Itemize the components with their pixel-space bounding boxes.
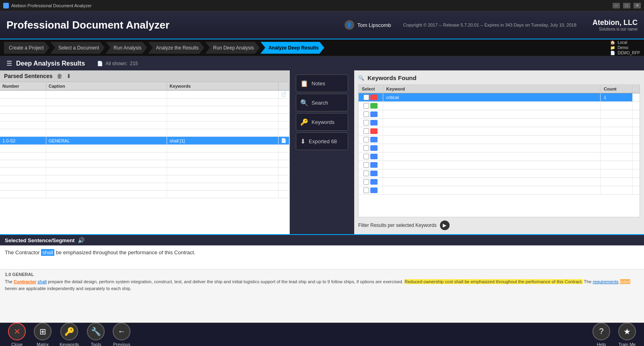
speaker-btn[interactable]: 🔊 bbox=[78, 237, 85, 243]
nav-step-run-analysis[interactable]: Run Analysis bbox=[105, 42, 147, 54]
parsed-sentences-header: Parsed Sentences 🗑 ⬇ bbox=[0, 70, 289, 82]
keywords-table-container[interactable]: Select Keyword Count ✓ critical 1 bbox=[358, 84, 640, 217]
cell-keywords bbox=[167, 152, 279, 160]
list-item[interactable]: ✓ shall 150 bbox=[359, 178, 640, 186]
cell-icon bbox=[279, 168, 289, 175]
section-header: ☰ Deep Analysis Results 📄 All shown: 215 bbox=[0, 56, 644, 70]
cell-icon bbox=[279, 183, 289, 191]
table-row[interactable]: 1.1-S1 MANAGEMENT. bbox=[0, 152, 289, 160]
nav-step-select-document[interactable]: Select a Document bbox=[50, 42, 105, 54]
section-header-count: 📄 All shown: 215 bbox=[97, 61, 138, 66]
col-keywords: Keywords bbox=[167, 82, 279, 91]
tools-btn-label: Tools bbox=[91, 342, 101, 346]
nav-step-analyze-deep-results[interactable]: Analyze Deep Results bbox=[260, 42, 324, 54]
search-btn[interactable]: 🔍 Search bbox=[296, 94, 348, 111]
previous-btn[interactable]: ← Previous bbox=[113, 323, 130, 346]
context-requirements: requirements bbox=[593, 279, 619, 284]
notes-icon: 📋 bbox=[300, 80, 308, 87]
nav-step-analyze-results[interactable]: Analyze the Results bbox=[148, 42, 204, 54]
list-item[interactable]: ✓ require 49 bbox=[359, 169, 640, 178]
cell-keywords: shall [1], Contractor [2] bbox=[167, 191, 279, 198]
highlighted-word: shall bbox=[41, 249, 54, 256]
table-row[interactable]: (c)-S1 Other documents, exhibits, and at… bbox=[0, 114, 289, 122]
list-item[interactable]: ✓ must 0 bbox=[359, 119, 640, 127]
exported-btn[interactable]: ⬇ Exported 68 bbox=[296, 132, 348, 150]
kw-cell-select: ✓ bbox=[359, 161, 383, 169]
notes-btn[interactable]: 📋 Notes bbox=[296, 74, 348, 92]
table-row[interactable]: 1.1.1-S3 PROGRAM MANAGEMENT. shall [1], … bbox=[0, 175, 289, 183]
help-btn-label: Help bbox=[597, 342, 606, 346]
parsed-sentences-table-container[interactable]: Number Caption Keywords Header Area-S1 H… bbox=[0, 82, 289, 234]
list-item[interactable]: ✓ obligation 0 bbox=[359, 152, 640, 161]
keywords-btn[interactable]: 🔑 Keywords bbox=[60, 323, 79, 346]
bottom-area: Selected Sentence/Segment 🔊 The Contract… bbox=[0, 234, 644, 323]
kw-cell-keyword: must bbox=[383, 119, 601, 127]
cell-icon bbox=[279, 106, 289, 114]
close-btn[interactable]: ✕ Close bbox=[8, 323, 26, 346]
table-row[interactable]: 1.0-S2 GENERAL shall [1] 📄 bbox=[0, 137, 289, 145]
table-row[interactable]: 1.1.1-S2 PROGRAM MANAGEMENT. require [1]… bbox=[0, 168, 289, 175]
kw-cell-count: 0 bbox=[601, 161, 633, 169]
col-number: Number bbox=[0, 82, 46, 91]
table-row[interactable]: 1.1.1-S4 PROGRAM MANAGEMENT. require [1]… bbox=[0, 183, 289, 191]
main-content: ☰ Deep Analysis Results 📄 All shown: 215… bbox=[0, 56, 644, 323]
maximize-btn[interactable]: □ bbox=[623, 3, 630, 8]
selected-sentence-header: Selected Sentence/Segment 🔊 bbox=[0, 235, 644, 245]
table-row[interactable]: Header Area-S1 Header Area shall [1], Co… bbox=[0, 91, 289, 99]
list-item[interactable]: ✓ necessity 0 bbox=[359, 127, 640, 136]
cell-icon bbox=[279, 152, 289, 160]
tools-btn[interactable]: 🔧 Tools bbox=[87, 323, 105, 346]
nav-step-run-deep-analysis[interactable]: Run Deep Analysis bbox=[205, 42, 260, 54]
nav-sidebar: 🏠 Local 📁 Demo 📄 DEMO_RFP bbox=[610, 40, 640, 55]
table-row[interactable]: 1.0-S3 GENERAL require [1], list [1] bbox=[0, 145, 289, 152]
cell-caption: The provisions of this contract; bbox=[46, 99, 167, 106]
kw-cell-count: 0 bbox=[601, 127, 633, 136]
table-row[interactable]: (d)-S1 All revisions and modifications t… bbox=[0, 122, 289, 129]
cell-caption: All revisions and modifications thereto … bbox=[46, 122, 167, 129]
matrix-btn[interactable]: ⊞ Matrix bbox=[34, 323, 52, 346]
delete-btn[interactable]: 🗑 bbox=[57, 73, 62, 79]
section-header-icon: ☰ bbox=[6, 60, 12, 67]
col-caption: Caption bbox=[46, 82, 167, 91]
right-panel: 🔍 Keywords Found Select Keyword Count bbox=[354, 70, 644, 234]
kw-cell-count: 49 bbox=[601, 169, 633, 178]
close-window-btn[interactable]: ✕ bbox=[634, 3, 641, 8]
cell-keywords: require [1], shall [1], Contractor [1], … bbox=[167, 183, 279, 191]
filter-run-btn[interactable]: ▶ bbox=[440, 220, 450, 230]
window-title: Atebion Professional Document Analyzer bbox=[11, 3, 91, 8]
cell-keywords bbox=[167, 106, 279, 114]
table-row[interactable]: 1.1.1-S1 PROGRAM MANAGEMENT. bbox=[0, 160, 289, 168]
table-row[interactable]: 1.1.1-S5 PROGRAM MANAGEMENT. shall [1], … bbox=[0, 191, 289, 198]
list-item[interactable]: ✓ obligated 0 bbox=[359, 144, 640, 152]
nav-sidebar-local[interactable]: 🏠 Local bbox=[610, 40, 640, 45]
table-row[interactable]: 1.0-S1 GENERAL shall [1], Contractor [1] bbox=[0, 129, 289, 137]
download-btn[interactable]: ⬇ bbox=[66, 73, 71, 79]
list-item[interactable]: ✓ duty 0 bbox=[359, 102, 640, 110]
app-icon bbox=[3, 3, 9, 8]
context-listed: listed bbox=[620, 279, 630, 284]
context-heading: 1.0 GENERAL bbox=[5, 272, 639, 277]
cell-icon bbox=[279, 122, 289, 129]
help-btn[interactable]: ? Help bbox=[592, 323, 610, 346]
cell-icon bbox=[279, 191, 289, 198]
list-item[interactable]: ✓ should 1 bbox=[359, 186, 640, 195]
nav-step-create-project[interactable]: Create a Project bbox=[4, 42, 50, 54]
cell-number: (a)-S1 bbox=[0, 99, 46, 106]
list-item[interactable]: ✓ may 4 bbox=[359, 110, 640, 119]
cell-number: 1.1.1-S5 bbox=[0, 191, 46, 198]
window-controls: ─ □ ✕ bbox=[613, 3, 641, 8]
table-row[interactable]: (b)-S1 System Specification, Attachment … bbox=[0, 106, 289, 114]
nav-sidebar-demo-rfp[interactable]: 📄 DEMO_RFP bbox=[610, 51, 640, 55]
title-bar: Atebion Professional Document Analyzer ─… bbox=[0, 0, 644, 11]
nav-sidebar-demo[interactable]: 📁 Demo bbox=[610, 45, 640, 50]
minimize-btn[interactable]: ─ bbox=[613, 3, 620, 8]
list-item[interactable]: ✓ ought 0 bbox=[359, 161, 640, 169]
parsed-sentences-table: Number Caption Keywords Header Area-S1 H… bbox=[0, 82, 289, 198]
list-item[interactable]: ✓ needed 0 bbox=[359, 136, 640, 144]
kw-cell-keyword: require bbox=[383, 169, 601, 178]
train-me-btn[interactable]: ★ Train Me bbox=[618, 323, 636, 346]
close-btn-label: Close bbox=[11, 342, 23, 346]
list-item[interactable]: ✓ critical 1 bbox=[359, 93, 640, 102]
keywords-side-btn[interactable]: 🔑 Keywords bbox=[296, 113, 348, 131]
table-row[interactable]: (a)-S1 The provisions of this contract; … bbox=[0, 99, 289, 106]
